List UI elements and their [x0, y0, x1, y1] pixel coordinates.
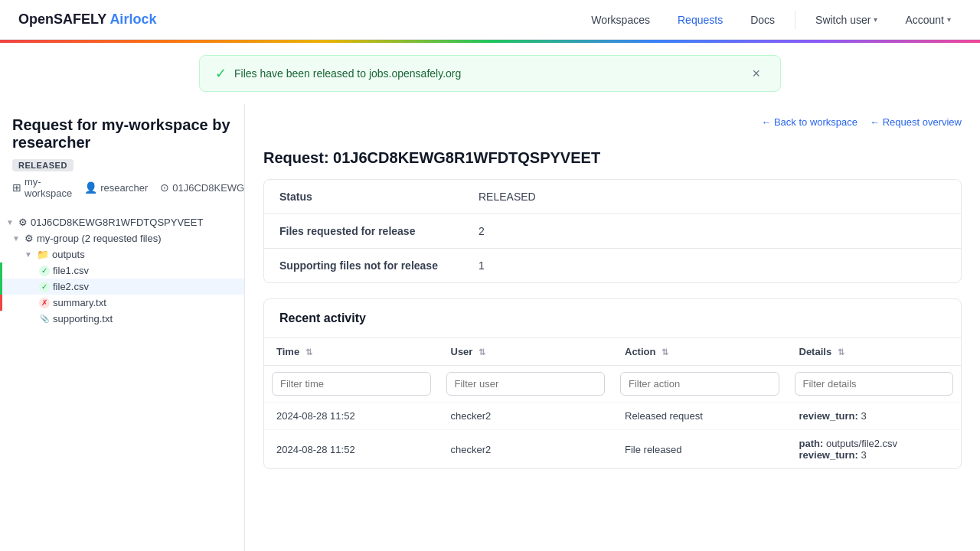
row1-user: checker2	[439, 403, 613, 430]
info-value-files: 2	[479, 225, 485, 237]
info-row-supporting: Supporting files not for release 1	[264, 249, 961, 282]
col-time: Time ⇅	[264, 338, 439, 366]
logo-part2: Airlock	[109, 11, 156, 27]
folder-icon: 📁	[37, 249, 49, 260]
tree-folder-outputs[interactable]: ▼ 📁 outputs	[0, 246, 244, 262]
tree-supporting-label: supporting.txt	[53, 313, 113, 324]
row2-time: 2024-08-28 11:52	[264, 430, 439, 469]
row1-detail-value: 3	[861, 410, 866, 422]
row2-user: checker2	[439, 430, 613, 469]
file2-status-icon: ✓	[39, 282, 50, 292]
row1-action: Released request	[612, 403, 787, 430]
col-action-sort-icon[interactable]: ⇅	[662, 347, 668, 357]
filter-details-input[interactable]	[795, 372, 954, 396]
tree-file2-label: file2.csv	[53, 281, 89, 292]
request-overview-link[interactable]: ← Request overview	[870, 116, 962, 128]
row2-action: File released	[612, 430, 787, 469]
tree-root-label: 01J6CD8KEWG8R1WFDTQSPYVEET	[31, 217, 203, 228]
filter-time-cell	[264, 366, 439, 403]
tree-toggle-group: ▼	[12, 234, 21, 243]
tree-group-icon: ⚙	[24, 233, 34, 244]
page-title-text: Request for my-workspace by researcher	[12, 116, 232, 152]
success-alert: ✓ Files have been released to jobs.opens…	[199, 55, 781, 92]
tree-folder-label: outputs	[52, 249, 85, 260]
col-user-sort-icon[interactable]: ⇅	[479, 347, 485, 357]
navbar: OpenSAFELY Airlock Workspaces Requests D…	[0, 0, 980, 40]
col-time-label: Time	[276, 346, 299, 357]
col-user-label: User	[451, 346, 473, 357]
tree-root[interactable]: ▼ ⚙ 01J6CD8KEWG8R1WFDTQSPYVEET	[0, 214, 244, 230]
col-details-sort-icon[interactable]: ⇅	[838, 347, 844, 357]
page-meta: ⊞ my-workspace 👤 researcher ⊙ 01J6CD8KEW…	[12, 176, 232, 199]
info-label-supporting: Supporting files not for release	[279, 259, 479, 272]
sidebar: Request for my-workspace by researcher R…	[0, 104, 245, 551]
activity-table: Time ⇅ User ⇅ Action ⇅ Details	[264, 338, 961, 468]
table-header-row: Time ⇅ User ⇅ Action ⇅ Details	[264, 338, 961, 366]
row2-detail-key2: review_turn:	[799, 449, 858, 461]
col-details: Details ⇅	[787, 338, 962, 366]
logo-part1: OpenSAFELY	[18, 11, 106, 27]
row1-details: review_turn: 3	[787, 403, 962, 430]
account-dropdown[interactable]: Account ▾	[894, 9, 962, 31]
file-tree: ▼ ⚙ 01J6CD8KEWG8R1WFDTQSPYVEET ▼ ⚙ my-gr…	[0, 208, 244, 333]
meta-request-id: ⊙ 01J6CD8KEWG8R1WFDTQSPYVEET	[160, 181, 245, 194]
filter-user-cell	[439, 366, 613, 403]
filter-user-input[interactable]	[446, 372, 606, 396]
request-info-table: Status RELEASED Files requested for rele…	[263, 179, 962, 283]
tree-file-summarytxt[interactable]: ✗ summary.txt	[0, 295, 244, 311]
filter-row	[264, 366, 961, 403]
row2-detail-key1: path:	[799, 438, 824, 449]
tree-group[interactable]: ▼ ⚙ my-group (2 requested files)	[0, 230, 244, 246]
col-time-sort-icon[interactable]: ⇅	[305, 347, 312, 357]
alert-close-button[interactable]: ×	[747, 65, 765, 82]
col-details-label: Details	[799, 346, 832, 357]
info-label-status: Status	[279, 191, 479, 203]
tree-file-supportingtxt[interactable]: 📎 supporting.txt	[0, 311, 244, 327]
nav-docs[interactable]: Docs	[740, 9, 786, 31]
info-label-files: Files requested for release	[279, 225, 479, 237]
switch-user-chevron-icon: ▾	[874, 15, 877, 24]
row2-detail-value2: 3	[861, 449, 866, 461]
switch-user-dropdown[interactable]: Switch user ▾	[805, 9, 888, 31]
tree-summary-label: summary.txt	[53, 297, 106, 308]
table-row: 2024-08-28 11:52 checker2 File released …	[264, 430, 961, 469]
filter-action-input[interactable]	[620, 372, 779, 396]
meta-workspace-label: my-workspace	[24, 176, 72, 199]
info-row-files: Files requested for release 2	[264, 214, 961, 249]
filter-details-cell	[787, 366, 962, 403]
switch-user-label: Switch user	[815, 14, 871, 26]
activity-card: Recent activity Time ⇅ User ⇅ Action	[263, 298, 962, 469]
tree-file1-label: file1.csv	[53, 265, 89, 276]
tree-toggle-root: ▼	[6, 218, 15, 227]
row1-detail-key: review_turn:	[799, 410, 858, 422]
file1-status-icon: ✓	[39, 266, 50, 276]
meta-user: 👤 researcher	[84, 181, 148, 194]
tree-group-label: my-group (2 requested files)	[37, 233, 162, 244]
tree-toggle-outputs: ▼	[24, 250, 34, 259]
activity-header: Recent activity	[264, 299, 961, 338]
back-to-workspace-link[interactable]: ← Back to workspace	[761, 116, 858, 128]
row2-detail-value1: outputs/file2.csv	[826, 438, 897, 449]
col-action-label: Action	[625, 346, 655, 357]
info-value-status: RELEASED	[479, 191, 536, 203]
page-header: Request for my-workspace by researcher R…	[0, 116, 244, 208]
meta-user-label: researcher	[100, 182, 148, 194]
nav-divider	[795, 11, 795, 29]
user-icon: 👤	[84, 181, 97, 194]
main-layout: Request for my-workspace by researcher R…	[0, 104, 980, 551]
filter-time-input[interactable]	[272, 372, 431, 396]
success-icon: ✓	[215, 65, 227, 82]
page-title: Request for my-workspace by researcher R…	[12, 116, 232, 171]
request-icon: ⊙	[160, 181, 169, 194]
table-row: 2024-08-28 11:52 checker2 Released reque…	[264, 403, 961, 430]
info-value-supporting: 1	[479, 259, 485, 272]
main-content: ← Back to workspace ← Request overview R…	[245, 104, 980, 551]
account-chevron-icon: ▾	[947, 15, 951, 24]
row2-details: path: outputs/file2.csv review_turn: 3	[787, 430, 962, 469]
tree-file-file1csv[interactable]: ✓ file1.csv	[0, 262, 244, 279]
nav-workspaces[interactable]: Workspaces	[580, 9, 661, 31]
tree-file-file2csv[interactable]: ✓ file2.csv	[0, 279, 244, 295]
nav-requests[interactable]: Requests	[667, 9, 733, 31]
col-action: Action ⇅	[612, 338, 787, 366]
request-title: Request: 01J6CD8KEWG8R1WFDTQSPYVEET	[263, 140, 962, 179]
